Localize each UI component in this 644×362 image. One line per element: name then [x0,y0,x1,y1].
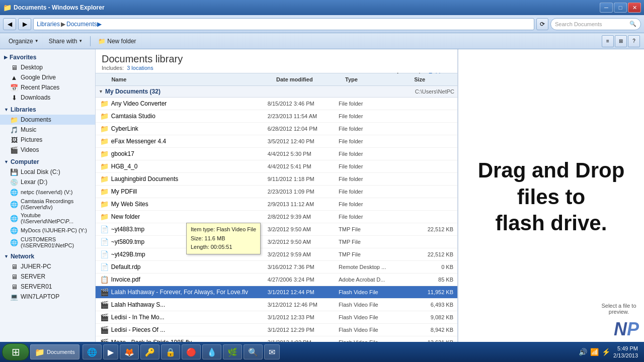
sidebar-item-server[interactable]: 🖥 SERVER [0,272,95,282]
taskbar-app2[interactable]: 🔒 [161,344,180,359]
sidebar-item-camtasia[interactable]: 🌐 Camtasia Recordings (\\Server\d\v) [0,197,95,211]
view-list-button[interactable]: ≡ [602,35,614,47]
tray-icon-1[interactable]: 🔊 [579,348,587,356]
table-row[interactable]: 🎬 Ledisi - In The Mo... 3/1/2012 12:33 P… [96,311,457,324]
sidebar-item-lexard[interactable]: 💿 Lexar (D:) [0,177,95,187]
col-header-date[interactable]: Date modified [273,75,342,83]
new-folder-button[interactable]: 📁 New folder [94,35,140,48]
file-name: Any Video Converter [111,100,268,107]
sidebar-item-music[interactable]: 🎵 Music [0,125,95,135]
file-icon: 📁 [100,111,109,121]
sidebar-item-netpc-v[interactable]: 🌐 netpc (\\server\d) (V:) [0,187,95,197]
clock-time: 5:49 PM [613,345,638,352]
organize-button[interactable]: Organize ▼ [4,35,43,48]
group-header[interactable]: ▼ My Documents (32) C:\Users\NetPC [96,86,457,98]
help-button[interactable]: ? [628,35,640,47]
taskbar-explorer[interactable]: 📁 Documents [30,344,79,359]
sidebar-item-customers[interactable]: 🌐 CUSTOMERS (\\SERVER01\NetPC) [0,235,95,249]
taskbar-app3[interactable]: 🔴 [182,344,201,359]
netpc-v-label: netpc (\\server\d) (V:) [21,189,73,195]
taskbar-ie[interactable]: 🌐 [83,344,102,359]
sidebar-item-win7laptop[interactable]: 💻 WIN7LAPTOP [0,292,95,302]
win7laptop-label: WIN7LAPTOP [21,293,59,300]
drag-drop-text: Drag and Drop files to flash drive. [468,147,635,247]
taskbar-app4[interactable]: 💧 [202,344,221,359]
forward-button[interactable]: ▶ [18,18,31,30]
table-row[interactable]: 📄 Default.rdp 3/16/2012 7:36 PM Remote D… [96,261,457,274]
libraries-header[interactable]: ▼ Libraries [0,105,95,115]
server-label: SERVER [21,273,45,280]
sidebar-item-downloads[interactable]: ⬇ Downloads [0,93,95,103]
favorites-header[interactable]: ▶ Favorites [0,52,95,62]
taskbar-firefox[interactable]: 🦊 [120,344,139,359]
table-row[interactable]: 📁 My Web Sites 2/9/2013 11:12 AM File fo… [96,198,457,211]
table-row[interactable]: 🎬 Lalah Hathaway S... 3/12/2012 12:46 PM… [96,299,457,311]
view-detail-button[interactable]: ⊞ [615,35,627,47]
file-date: 8/15/2012 3:46 PM [268,101,339,107]
sidebar-item-localc[interactable]: 💾 Local Disk (C:) [0,167,95,177]
sidebar-item-recentplaces[interactable]: 📅 Recent Places [0,82,95,93]
path-documents: Documents [66,21,97,28]
file-date: 3/1/2012 12:29 PM [268,327,339,333]
locations-link[interactable]: 3 locations [127,65,153,71]
downloads-label: Downloads [21,94,50,101]
refresh-button[interactable]: ⟳ [536,18,548,30]
sidebar-item-desktop[interactable]: 🖥 Desktop [0,62,95,72]
taskbar-app7[interactable]: ✉ [264,344,280,359]
file-icon: 📁 [100,187,109,197]
table-row[interactable]: 📄 ~yt5809.tmp 3/2/2012 9:50 AM TMP File [96,236,457,248]
file-list[interactable]: Documents library Includes: 3 locations … [96,49,458,345]
network-header[interactable]: ▼ Network [0,251,95,261]
table-row[interactable]: 📄 ~yt4883.tmp 3/2/2012 9:50 AM TMP File … [96,223,457,236]
sidebar-item-pictures[interactable]: 🖼 Pictures [0,135,95,145]
file-name: Ledisi - Pieces Of ... [111,326,268,333]
sidebar-item-videos[interactable]: 🎬 Videos [0,145,95,155]
taskbar-app5[interactable]: 🌿 [223,344,242,359]
tray-icon-2[interactable]: 📶 [590,348,599,356]
table-row[interactable]: 📁 Camtasia Studio 2/23/2013 11:54 AM Fil… [96,110,457,123]
table-row[interactable]: 🎬 Ledisi - Pieces Of ... 3/1/2012 12:29 … [96,324,457,336]
close-button[interactable]: ✕ [628,3,641,13]
table-row[interactable]: 📁 Laughingbird Documents 9/11/2012 1:18 … [96,173,457,186]
col-header-type[interactable]: Type [342,75,411,83]
minimize-button[interactable]: ─ [600,3,613,13]
table-row[interactable]: 📄 ~yt429B.tmp 3/2/2012 9:59 AM TMP File … [96,248,457,261]
taskbar-app6[interactable]: 🔍 [244,344,263,359]
sidebar-item-googledrive[interactable]: ▲ Google Drive [0,72,95,82]
taskbar-app1[interactable]: 🔑 [140,344,159,359]
table-row[interactable]: 📁 My PDFill 2/23/2013 1:09 PM File folde… [96,186,457,198]
file-size: 22,512 KB [410,251,457,257]
table-row[interactable]: 📁 CyberLink 6/28/2012 12:04 PM File fold… [96,123,457,135]
search-box[interactable]: Search Documents 🔍 [550,18,641,30]
address-path[interactable]: Libraries ▶ Documents ▶ [33,18,534,30]
table-row[interactable]: 🎬 Lalah Hathaway - Forever, For Always, … [96,286,457,299]
table-row[interactable]: 📁 New folder 2/8/2012 9:39 AM File folde… [96,211,457,223]
table-row[interactable]: 📁 eFax Messenger 4.4 3/5/2012 12:40 PM F… [96,135,457,148]
tray-icon-3[interactable]: ⚡ [602,348,610,356]
table-row[interactable]: 📁 Any Video Converter 8/15/2012 3:46 PM … [96,98,457,110]
maximize-button[interactable]: □ [614,3,627,13]
libraries-section: ▼ Libraries 📁 Documents 🎵 Music 🖼 Pictur… [0,105,95,155]
sidebar-item-server01[interactable]: 🖥 SERVER01 [0,282,95,292]
sidebar-item-juher-pc[interactable]: 🖥 JUHER-PC [0,261,95,272]
table-row[interactable]: 📁 HGB_4_0 4/4/2012 5:41 PM File folder [96,160,457,173]
share-button[interactable]: Share with ▼ [44,35,88,48]
computer-header[interactable]: ▼ Computer [0,157,95,167]
sidebar-item-mydocs[interactable]: 🌐 MyDocs (\\JUHER-PC) (Y:) [0,225,95,235]
file-name: Camtasia Studio [111,113,268,120]
col-header-size[interactable]: Size [411,75,457,83]
taskbar-wmp[interactable]: ▶ [103,344,118,359]
back-button[interactable]: ◀ [3,18,16,30]
file-name: CyberLink [111,125,268,132]
file-type: File folder [339,201,410,207]
file-type: Flash Video File [339,314,410,320]
table-row[interactable]: 📁 gbook17 4/4/2012 5:30 PM File folder [96,148,457,160]
table-row[interactable]: 📋 Invoice.pdf 4/27/2006 3:24 PM Adobe Ac… [96,274,457,286]
start-button[interactable]: ⊞ [2,343,29,360]
sidebar-item-documents[interactable]: 📁 Documents [0,115,95,125]
documents-icon: 📁 [10,116,18,124]
file-size: 85 KB [410,277,457,283]
group-title: My Documents (32) [105,88,160,95]
col-header-name[interactable]: Name [108,75,273,83]
sidebar-item-youtube[interactable]: 🌐 Youtube (\\Server\d\NetPC\P... [0,211,95,225]
